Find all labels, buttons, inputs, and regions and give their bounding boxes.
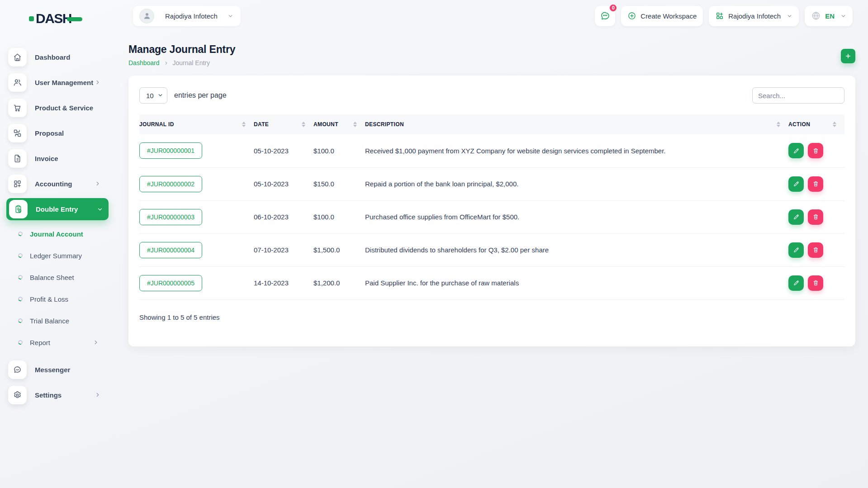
- journal-id-cell: #JUR000000004: [139, 233, 254, 266]
- date-cell: 05-10-2023: [254, 134, 313, 167]
- sort-arrows-icon: [833, 122, 836, 127]
- delete-button[interactable]: [808, 176, 823, 192]
- sidebar-item-product-service[interactable]: Product & Service: [0, 95, 111, 120]
- sidebar-item-accounting[interactable]: Accounting: [0, 171, 111, 196]
- delete-button[interactable]: [808, 209, 823, 225]
- bullet-icon: [18, 296, 24, 302]
- column-header-action[interactable]: ACTION: [788, 114, 844, 134]
- column-header-journal-id[interactable]: JOURNAL ID: [139, 114, 254, 134]
- workspace-selector-right[interactable]: Rajodiya Infotech: [709, 6, 799, 26]
- sidebar-item-label: User Management: [35, 79, 93, 86]
- plus-circle-icon: [627, 11, 636, 20]
- column-header-description[interactable]: DESCRIPTION: [365, 114, 788, 134]
- description-cell: Repaid a portion of the bank loan princi…: [365, 167, 788, 200]
- submenu-item-report[interactable]: Report: [0, 332, 111, 353]
- edit-button[interactable]: [788, 143, 804, 158]
- pencil-icon: [793, 246, 800, 253]
- proposal-icon: [8, 124, 27, 142]
- brand-logo[interactable]: DASH: [29, 12, 111, 25]
- journal-entries-table: JOURNAL ID DATE AMOUNT DESCRIPTION ACTIO…: [139, 114, 844, 300]
- messages-button[interactable]: 0: [595, 6, 615, 26]
- journal-id-link[interactable]: #JUR000000002: [139, 176, 202, 192]
- submenu-item-balance-sheet[interactable]: Balance Sheet: [0, 266, 111, 288]
- sidebar-item-label: Settings: [35, 391, 62, 399]
- page-title: Manage Journal Entry: [128, 43, 235, 56]
- chevron-down-icon: [228, 13, 233, 19]
- sidebar-item-user-management[interactable]: User Management: [0, 70, 111, 95]
- sidebar-menu-bottom: Messenger Settings: [0, 357, 111, 407]
- breadcrumb-dashboard-link[interactable]: Dashboard: [128, 59, 160, 66]
- journal-id-link[interactable]: #JUR000000001: [139, 142, 202, 159]
- edit-button[interactable]: [788, 242, 804, 258]
- description-cell: Distributed dividends to shareholders fo…: [365, 233, 788, 266]
- journal-id-link[interactable]: #JUR000000003: [139, 209, 202, 225]
- page-header: Manage Journal Entry Dashboard Journal E…: [111, 32, 868, 66]
- table-row: #JUR000000001 05-10-2023 $100.0 Received…: [139, 134, 844, 167]
- submenu-item-profit-loss[interactable]: Profit & Loss: [0, 288, 111, 310]
- journal-id-cell: #JUR000000005: [139, 266, 254, 299]
- action-cell: [788, 200, 844, 233]
- date-cell: 05-10-2023: [254, 167, 313, 200]
- sort-arrows-icon: [302, 122, 305, 127]
- column-header-date[interactable]: DATE: [254, 114, 313, 134]
- column-header-amount[interactable]: AMOUNT: [313, 114, 365, 134]
- sidebar-item-invoice[interactable]: Invoice: [0, 146, 111, 171]
- grid-plus-icon: [715, 11, 724, 20]
- chevron-down-icon: [787, 13, 792, 19]
- journal-id-cell: #JUR000000003: [139, 200, 254, 233]
- submenu-item-label: Trial Balance: [30, 317, 69, 325]
- submenu-item-label: Ledger Summary: [30, 252, 82, 260]
- edit-button[interactable]: [788, 209, 804, 225]
- sidebar-item-messenger[interactable]: Messenger: [0, 357, 111, 382]
- home-icon: [8, 48, 27, 66]
- date-cell: 14-10-2023: [254, 266, 313, 299]
- sidebar-item-label: Double Entry: [36, 205, 78, 213]
- cart-icon: [8, 99, 27, 117]
- sidebar-item-settings[interactable]: Settings: [0, 382, 111, 407]
- delete-button[interactable]: [808, 143, 823, 158]
- table-row: #JUR000000004 07-10-2023 $1,500.0 Distri…: [139, 233, 844, 266]
- pencil-icon: [793, 280, 800, 286]
- plus-icon: [844, 52, 852, 60]
- trash-icon: [812, 147, 819, 154]
- amount-cell: $100.0: [313, 200, 365, 233]
- amount-cell: $1,200.0: [313, 266, 365, 299]
- language-selector[interactable]: EN: [805, 6, 853, 26]
- submenu-item-label: Report: [30, 339, 50, 346]
- submenu-item-trial-balance[interactable]: Trial Balance: [0, 310, 111, 332]
- submenu-item-ledger-summary[interactable]: Ledger Summary: [0, 245, 111, 266]
- action-cell: [788, 167, 844, 200]
- submenu-item-journal-account[interactable]: Journal Account: [0, 223, 111, 245]
- sidebar-item-label: Accounting: [35, 180, 72, 188]
- logo-bar: [67, 17, 82, 21]
- sidebar-item-label: Invoice: [35, 155, 58, 162]
- create-workspace-button[interactable]: Create Workspace: [621, 6, 703, 26]
- sidebar-item-label: Product & Service: [35, 104, 93, 112]
- journal-id-link[interactable]: #JUR000000004: [139, 242, 202, 258]
- sort-arrows-icon: [242, 122, 246, 127]
- submenu-item-label: Profit & Loss: [30, 295, 68, 303]
- delete-button[interactable]: [808, 275, 823, 291]
- edit-button[interactable]: [788, 275, 804, 291]
- sidebar: DASH Dashboard User Management Product &…: [0, 0, 111, 488]
- sidebar-item-proposal[interactable]: Proposal: [0, 120, 111, 146]
- sidebar-item-label: Proposal: [35, 129, 64, 137]
- delete-button[interactable]: [808, 242, 823, 258]
- journal-id-link[interactable]: #JUR000000005: [139, 275, 202, 291]
- entries-per-page-select[interactable]: 10: [139, 87, 167, 104]
- pencil-icon: [793, 213, 800, 220]
- sidebar-item-dashboard[interactable]: Dashboard: [0, 44, 111, 70]
- bullet-icon: [18, 231, 24, 237]
- bullet-icon: [18, 253, 24, 259]
- sidebar-item-double-entry[interactable]: Double Entry: [6, 198, 109, 220]
- add-journal-entry-button[interactable]: [841, 49, 855, 63]
- workspace-selector-left[interactable]: Rajodiya Infotech: [133, 6, 241, 26]
- search-input[interactable]: [752, 87, 844, 104]
- action-cell: [788, 233, 844, 266]
- sidebar-menu: Dashboard User Management Product & Serv…: [0, 44, 111, 220]
- sort-arrows-icon: [353, 122, 357, 127]
- edit-button[interactable]: [788, 176, 804, 192]
- chevron-right-icon: [164, 61, 169, 66]
- chevron-right-icon: [95, 79, 101, 85]
- pencil-icon: [793, 147, 800, 154]
